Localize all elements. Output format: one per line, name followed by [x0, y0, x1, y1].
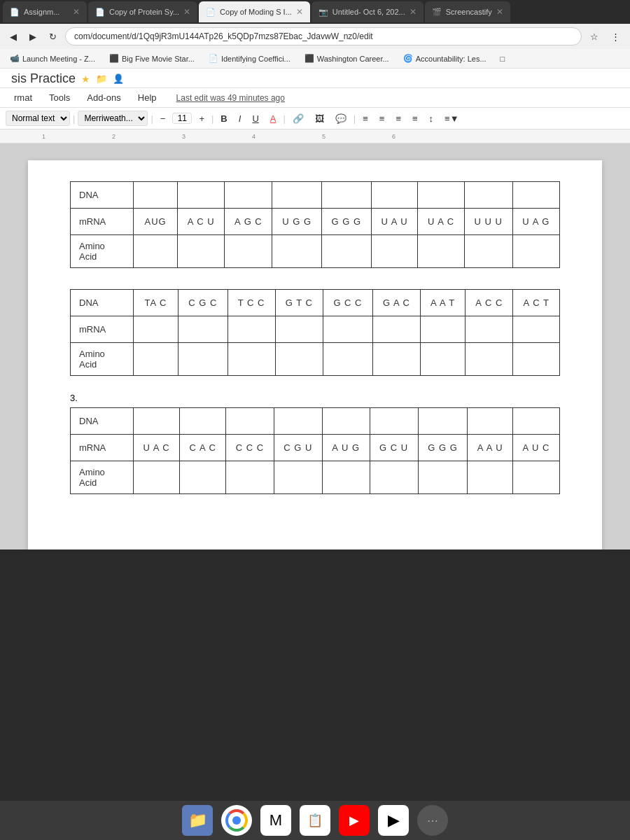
table2-r1c3[interactable]: T C C [227, 290, 275, 316]
table1-r1c6[interactable] [371, 182, 418, 209]
table3-r3c4[interactable] [274, 461, 322, 494]
line-spacing[interactable]: ↕ [425, 112, 438, 125]
gmail-icon[interactable]: M [260, 805, 291, 836]
font-size-decrease[interactable]: − [156, 112, 170, 125]
table1-r3c9[interactable] [512, 235, 559, 268]
star-icon[interactable]: ★ [81, 74, 90, 85]
table2-r3c4[interactable] [275, 343, 323, 376]
youtube-icon[interactable]: ▶ [339, 805, 370, 836]
table3-r2c5[interactable]: A U G [322, 435, 370, 461]
menu-button[interactable]: ⋮ [607, 30, 624, 43]
table2-r2c9[interactable] [513, 316, 560, 343]
table3-r1c4[interactable] [274, 408, 322, 435]
table2-r1c9[interactable]: A C T [513, 290, 560, 316]
table3-r1c1[interactable] [134, 408, 180, 435]
table2-r2c8[interactable] [465, 316, 513, 343]
link-button[interactable]: 🔗 [288, 112, 308, 125]
table2-r2c2[interactable] [178, 316, 228, 343]
italic-button[interactable]: I [234, 112, 246, 125]
table2-r2c5[interactable] [323, 316, 373, 343]
table3-r3c8[interactable] [468, 461, 513, 494]
table1-r2c2[interactable]: A C U [178, 209, 225, 235]
menu-tools[interactable]: Tools [46, 90, 73, 106]
folder-icon[interactable]: 📁 [96, 74, 107, 84]
chrome-icon[interactable] [221, 805, 252, 836]
table1-r2c4[interactable]: U G G [272, 209, 321, 235]
tab-close-screencastify[interactable]: ✕ [496, 7, 503, 17]
table1-r1c3[interactable] [225, 182, 272, 209]
tab-screencastify[interactable]: 🎬 Screencastify ✕ [425, 1, 510, 22]
dots-icon[interactable]: ⋯ [417, 805, 448, 836]
play-store-icon[interactable]: ▶ [378, 805, 409, 836]
table3-r3c1[interactable] [134, 461, 180, 494]
table3-r2c2[interactable]: C A C [180, 435, 226, 461]
table3-r2c3[interactable]: C C C [226, 435, 274, 461]
table2-r1c5[interactable]: G C C [323, 290, 373, 316]
table2-r3c1[interactable] [134, 343, 178, 376]
align-justify[interactable]: ≡ [408, 112, 422, 125]
tab-close-protein[interactable]: ✕ [183, 7, 190, 17]
table1-r2c7[interactable]: U A C [418, 209, 465, 235]
table3-r3c2[interactable] [180, 461, 226, 494]
table1-r3c1[interactable] [134, 235, 178, 268]
bookmark-accountability[interactable]: 🌀 Accountability: Les... [399, 52, 491, 64]
table3-r2c7[interactable]: G G G [418, 435, 468, 461]
table1-r1c5[interactable] [321, 182, 371, 209]
table1-r1c9[interactable] [512, 182, 559, 209]
table3-r1c2[interactable] [180, 408, 226, 435]
forward-button[interactable]: ▶ [25, 30, 41, 43]
bookmark-launch-meeting[interactable]: 📹 Launch Meeting - Z... [6, 52, 99, 64]
bookmark-button[interactable]: ☆ [586, 30, 603, 43]
docs-icon[interactable]: 📋 [300, 805, 330, 836]
table2-r1c1[interactable]: TA C [134, 290, 178, 316]
table2-r1c7[interactable]: A A T [421, 290, 465, 316]
table2-r2c4[interactable] [275, 316, 323, 343]
table1-r2c8[interactable]: U U U [464, 209, 512, 235]
tab-untitled[interactable]: 📷 Untitled- Oct 6, 202... ✕ [312, 1, 424, 22]
table3-r3c5[interactable] [322, 461, 370, 494]
underline-button[interactable]: U [248, 112, 262, 125]
font-select[interactable]: Merriweath... [78, 111, 148, 126]
table2-r3c2[interactable] [178, 343, 228, 376]
table3-r1c3[interactable] [226, 408, 274, 435]
table3-r2c6[interactable]: G C U [370, 435, 418, 461]
comment-button[interactable]: 💬 [331, 112, 351, 125]
table2-r2c3[interactable] [227, 316, 275, 343]
table2-r2c1[interactable] [134, 316, 178, 343]
table3-r2c4[interactable]: C G U [274, 435, 322, 461]
table1-r2c3[interactable]: A G C [225, 209, 272, 235]
back-button[interactable]: ◀ [6, 30, 21, 43]
tab-protein-syn[interactable]: 📄 Copy of Protein Sy... ✕ [88, 1, 197, 22]
table1-r2c5[interactable]: G G G [321, 209, 371, 235]
tab-moding[interactable]: 📄 Copy of Moding S I... ✕ [199, 1, 310, 22]
table2-r3c8[interactable] [465, 343, 513, 376]
table1-r2c6[interactable]: U A U [371, 209, 418, 235]
table1-r3c2[interactable] [178, 235, 225, 268]
strikethrough-button[interactable]: A [266, 112, 281, 125]
table2-r3c3[interactable] [227, 343, 275, 376]
menu-format[interactable]: rmat [11, 90, 35, 106]
table2-r1c8[interactable]: A C C [465, 290, 513, 316]
table3-r1c9[interactable] [513, 408, 560, 435]
table3-r2c9[interactable]: A U C [513, 435, 560, 461]
files-icon[interactable]: 📁 [182, 805, 213, 836]
table2-r1c2[interactable]: C G C [178, 290, 228, 316]
table2-r3c7[interactable] [421, 343, 465, 376]
table3-r1c7[interactable] [418, 408, 468, 435]
table1-r3c5[interactable] [321, 235, 371, 268]
tab-close-moding[interactable]: ✕ [296, 7, 303, 17]
bookmark-washington[interactable]: ⬛ Washington Career... [300, 52, 393, 64]
table3-r1c6[interactable] [370, 408, 418, 435]
table1-r1c1[interactable] [134, 182, 178, 209]
table3-r3c3[interactable] [226, 461, 274, 494]
table3-r1c5[interactable] [322, 408, 370, 435]
table1-r3c6[interactable] [371, 235, 418, 268]
table3-r3c9[interactable] [513, 461, 560, 494]
more-format[interactable]: ≡▼ [440, 112, 463, 125]
share-icon[interactable]: 👤 [113, 74, 124, 84]
align-right[interactable]: ≡ [391, 112, 405, 125]
table3-r3c6[interactable] [370, 461, 418, 494]
table1-r1c4[interactable] [272, 182, 321, 209]
table1-r1c2[interactable] [178, 182, 225, 209]
table3-r3c7[interactable] [418, 461, 468, 494]
